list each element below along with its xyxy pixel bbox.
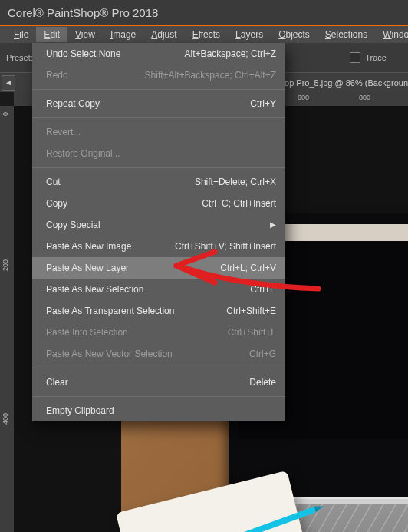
trace-label: Trace [365, 53, 387, 62]
menu-item-shortcut: Alt+Backspace; Ctrl+Z [185, 48, 276, 60]
menu-item-empty-clipboard[interactable]: Empty Clipboard [32, 400, 285, 421]
menu-item-label: Paste Into Selection [46, 326, 128, 339]
menu-item-shortcut: Shift+Alt+Backspace; Ctrl+Alt+Z [145, 69, 276, 81]
menu-view[interactable]: View [67, 27, 103, 42]
menu-item-paste-as-new-image[interactable]: Paste As New ImageCtrl+Shift+V; Shift+In… [32, 236, 285, 257]
menu-item-paste-into-selection: Paste Into SelectionCtrl+Shift+L [32, 322, 285, 343]
menu-item-shortcut: Ctrl+G [249, 348, 276, 360]
menu-item-label: Undo Select None [46, 48, 120, 60]
menu-separator [32, 396, 285, 397]
menu-item-label: Cut [46, 176, 61, 188]
ruler-vertical: 0 200 400 [0, 106, 14, 532]
menu-effects[interactable]: Effects [185, 27, 228, 42]
menu-selections[interactable]: Selections [318, 27, 375, 42]
menu-label: Selections [325, 29, 367, 40]
menu-item-revert: Revert... [32, 121, 285, 143]
menu-item-undo-select-none[interactable]: Undo Select NoneAlt+Backspace; Ctrl+Z [32, 43, 285, 64]
menu-item-copy[interactable]: CopyCtrl+C; Ctrl+Insert [32, 193, 285, 214]
menu-item-label: Repeat Copy [46, 97, 100, 110]
ruler-tick: 800 [359, 94, 370, 101]
chevron-left-icon: ◄ [5, 78, 12, 87]
menu-item-copy-special[interactable]: Copy Special▶ [32, 214, 285, 236]
menu-separator [32, 117, 285, 118]
ruler-tick: 600 [298, 94, 309, 101]
menu-item-label: Paste As New Layer [46, 262, 129, 274]
menu-item-paste-as-new-layer[interactable]: Paste As New LayerCtrl+L; Ctrl+V [32, 257, 285, 279]
menu-item-paste-as-transparent-selection[interactable]: Paste As Transparent SelectionCtrl+Shift… [32, 300, 285, 322]
menu-label: Objects [278, 29, 310, 40]
menu-item-shortcut: Ctrl+Shift+V; Shift+Insert [175, 240, 276, 253]
app-title: Corel® PaintShop® Pro 2018 [8, 6, 158, 19]
menu-label: Image [110, 29, 136, 40]
menu-bar[interactable]: FileEditViewImageAdjustEffectsLayersObje… [0, 26, 408, 43]
menu-item-shortcut: Ctrl+E [250, 283, 276, 296]
chevron-right-icon: ▶ [270, 219, 276, 231]
menu-item-repeat-copy[interactable]: Repeat CopyCtrl+Y [32, 93, 285, 114]
menu-item-label: Restore Original... [46, 147, 120, 160]
trace-option[interactable]: Trace [350, 52, 387, 63]
menu-layers[interactable]: Layers [228, 27, 271, 42]
menu-item-restore-original: Restore Original... [32, 143, 285, 164]
menu-item-label: Paste As Transparent Selection [46, 305, 174, 317]
document-tab-label[interactable]: op Pro_5.jpg @ 86% (Backgroun [285, 78, 408, 88]
menu-label: Window [383, 29, 408, 40]
edit-menu-dropdown[interactable]: Undo Select NoneAlt+Backspace; Ctrl+ZRed… [32, 43, 285, 421]
menu-item-label: Empty Clipboard [46, 405, 114, 417]
menu-item-paste-as-new-selection[interactable]: Paste As New SelectionCtrl+E [32, 279, 285, 300]
menu-item-shortcut: Ctrl+Shift+E [226, 305, 276, 317]
menu-separator [32, 167, 285, 168]
menu-item-label: Paste As New Selection [46, 283, 143, 296]
menu-item-label: Clear [46, 376, 68, 388]
menu-item-label: Copy Special [46, 219, 100, 231]
menu-item-label: Paste As New Image [46, 240, 131, 253]
nav-back-button[interactable]: ◄ [2, 75, 15, 91]
menu-file[interactable]: File [6, 27, 36, 42]
ruler-tick: 200 [2, 259, 9, 271]
menu-item-label: Revert... [46, 126, 81, 138]
trace-checkbox[interactable] [350, 52, 360, 63]
menu-item-redo: RedoShift+Alt+Backspace; Ctrl+Alt+Z [32, 64, 285, 86]
menu-item-shortcut: Ctrl+L; Ctrl+V [220, 262, 276, 274]
ruler-tick: 0 [2, 112, 9, 116]
ruler-tick: 400 [2, 413, 9, 425]
menu-label: Adjust [151, 29, 176, 40]
menu-item-paste-as-new-vector-selection: Paste As New Vector SelectionCtrl+G [32, 343, 285, 365]
menu-adjust[interactable]: Adjust [143, 27, 184, 42]
menu-item-shortcut: Ctrl+Y [250, 97, 276, 110]
menu-item-shortcut: Ctrl+C; Ctrl+Insert [202, 197, 276, 210]
menu-window[interactable]: Window [375, 27, 408, 42]
menu-item-label: Copy [46, 197, 67, 210]
menu-label: Layers [235, 29, 263, 40]
menu-edit[interactable]: Edit [36, 27, 67, 42]
menu-item-label: Redo [46, 69, 68, 81]
menu-image[interactable]: Image [103, 27, 143, 42]
menu-label: Edit [44, 29, 60, 40]
menu-separator [32, 368, 285, 368]
menu-label: File [14, 29, 28, 40]
menu-objects[interactable]: Objects [271, 27, 318, 42]
title-bar: Corel® PaintShop® Pro 2018 [0, 0, 408, 25]
menu-separator [32, 89, 285, 90]
menu-item-shortcut: Delete [249, 376, 276, 388]
menu-label: Effects [192, 29, 220, 40]
menu-item-label: Paste As New Vector Selection [46, 348, 173, 360]
menu-item-shortcut: Ctrl+Shift+L [228, 326, 276, 339]
menu-item-shortcut: Shift+Delete; Ctrl+X [195, 176, 276, 188]
menu-label: View [75, 29, 95, 40]
menu-item-clear[interactable]: ClearDelete [32, 372, 285, 393]
menu-item-cut[interactable]: CutShift+Delete; Ctrl+X [32, 171, 285, 193]
